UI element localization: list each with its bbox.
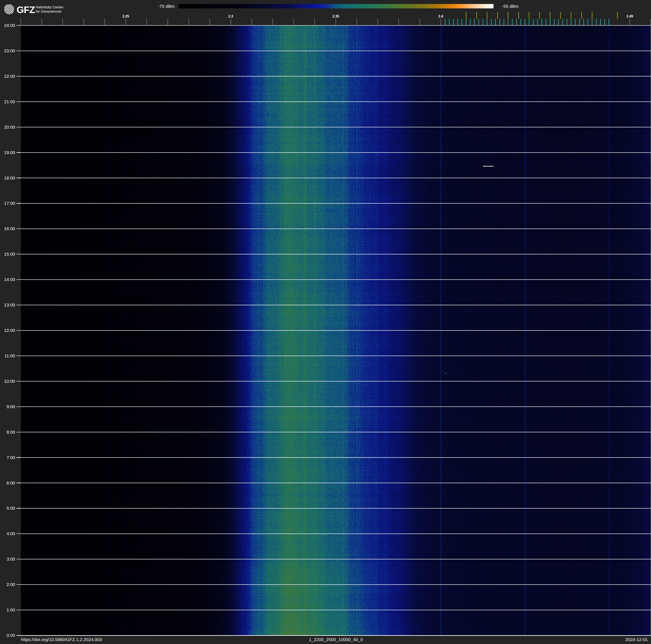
svg-text:GFZ: GFZ <box>17 4 35 15</box>
svg-text:Helmholtz Centre: Helmholtz Centre <box>36 5 63 9</box>
svg-text:for Geosciences: for Geosciences <box>36 9 62 13</box>
